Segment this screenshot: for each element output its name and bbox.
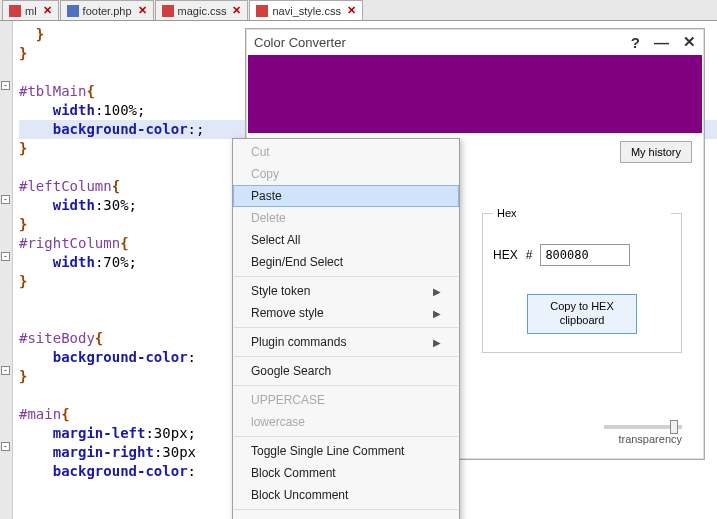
chevron-right-icon: ▶ (433, 337, 441, 348)
php-file-icon (67, 5, 79, 17)
close-icon[interactable]: ✕ (232, 4, 241, 17)
tab-label: footer.php (83, 5, 132, 17)
tab-bar: ml ✕ footer.php ✕ magic.css ✕ navi_style… (0, 0, 717, 21)
ctx-separator (234, 327, 458, 328)
close-icon[interactable]: ✕ (347, 4, 356, 17)
hash-symbol: # (526, 248, 533, 262)
ctx-remove-style[interactable]: Remove style▶ (233, 302, 459, 324)
fold-gutter: - - - - - (0, 21, 13, 519)
close-icon[interactable]: ✕ (43, 4, 52, 17)
help-button[interactable]: ? (631, 34, 640, 51)
ctx-begin-end-select[interactable]: Begin/End Select (233, 251, 459, 273)
transparency-control: transparency (604, 425, 682, 445)
fold-minus-icon[interactable]: - (1, 195, 10, 204)
transparency-slider[interactable] (604, 425, 682, 429)
chevron-right-icon: ▶ (433, 286, 441, 297)
fold-minus-icon[interactable]: - (1, 366, 10, 375)
ctx-separator (234, 385, 458, 386)
ctx-separator (234, 276, 458, 277)
ctx-style-token[interactable]: Style token▶ (233, 280, 459, 302)
ctx-separator (234, 436, 458, 437)
ctx-toggle-comment[interactable]: Toggle Single Line Comment (233, 440, 459, 462)
css-file-icon (256, 5, 268, 17)
transparency-label: transparency (618, 433, 682, 445)
close-icon[interactable]: ✕ (138, 4, 147, 17)
color-swatch (248, 55, 702, 133)
ctx-block-comment[interactable]: Block Comment (233, 462, 459, 484)
ctx-google-search[interactable]: Google Search (233, 360, 459, 382)
fold-minus-icon[interactable]: - (1, 81, 10, 90)
ctx-select-all[interactable]: Select All (233, 229, 459, 251)
tab-file-1[interactable]: ml ✕ (2, 0, 59, 20)
chevron-right-icon: ▶ (433, 308, 441, 319)
tab-label: navi_style.css (272, 5, 340, 17)
ctx-lowercase[interactable]: lowercase (233, 411, 459, 433)
hex-group-label: Hex (493, 207, 671, 219)
slider-thumb[interactable] (670, 420, 678, 434)
ctx-plugin-commands[interactable]: Plugin commands▶ (233, 331, 459, 353)
ctx-copy[interactable]: Copy (233, 163, 459, 185)
ctx-paste[interactable]: Paste (233, 185, 459, 207)
hex-label: HEX (493, 248, 518, 262)
ctx-separator (234, 356, 458, 357)
ctx-block-uncomment[interactable]: Block Uncomment (233, 484, 459, 506)
ctx-separator (234, 509, 458, 510)
color-converter-title: Color Converter (254, 35, 346, 50)
copy-to-hex-button[interactable]: Copy to HEX clipboard (527, 294, 637, 334)
tab-file-2[interactable]: footer.php ✕ (60, 0, 154, 20)
tab-label: magic.css (178, 5, 227, 17)
css-file-icon (9, 5, 21, 17)
hex-group: Hex HEX # Copy to HEX clipboard (482, 213, 682, 353)
css-file-icon (162, 5, 174, 17)
ctx-delete[interactable]: Delete (233, 207, 459, 229)
ctx-hide-lines[interactable]: Hide Lines (233, 513, 459, 519)
close-button[interactable]: ✕ (683, 33, 696, 51)
fold-minus-icon[interactable]: - (1, 252, 10, 261)
color-converter-titlebar: Color Converter ? — ✕ (246, 29, 704, 55)
context-menu: Cut Copy Paste Delete Select All Begin/E… (232, 138, 460, 519)
tab-file-4[interactable]: navi_style.css ✕ (249, 0, 362, 20)
tab-file-3[interactable]: magic.css ✕ (155, 0, 249, 20)
my-history-button[interactable]: My history (620, 141, 692, 163)
ctx-cut[interactable]: Cut (233, 141, 459, 163)
tab-label: ml (25, 5, 37, 17)
ctx-uppercase[interactable]: UPPERCASE (233, 389, 459, 411)
hex-input[interactable] (540, 244, 630, 266)
minimize-button[interactable]: — (654, 34, 669, 51)
fold-minus-icon[interactable]: - (1, 442, 10, 451)
